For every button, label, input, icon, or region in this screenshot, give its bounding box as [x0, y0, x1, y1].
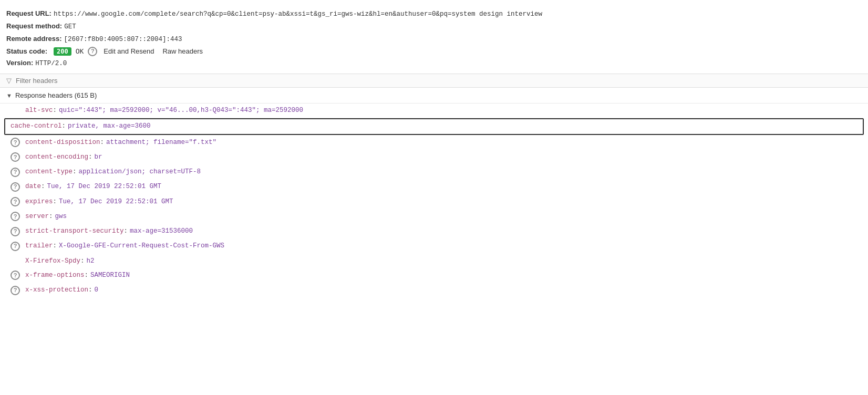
header-value: X-Google-GFE-Current-Request-Cost-From-G…: [59, 241, 224, 252]
header-row: ?strict-transport-security: max-age=3153…: [0, 224, 868, 239]
header-name: x-frame-options: [25, 270, 85, 281]
method-row: Request method: GET: [6, 21, 862, 32]
header-help-icon[interactable]: ?: [11, 197, 20, 206]
headers-list: alt-svc: quic=":443"; ma=2592000; v="46.…: [0, 103, 868, 298]
url-label: Request URL:: [6, 8, 51, 19]
header-name: trailer: [25, 241, 53, 252]
status-badge: 200: [54, 47, 71, 56]
header-value: quic=":443"; ma=2592000; v="46...00,h3-Q…: [59, 105, 303, 116]
header-row: ?expires: Tue, 17 Dec 2019 22:52:01 GMT: [0, 195, 868, 210]
header-name: server: [25, 211, 49, 222]
header-help-icon[interactable]: ?: [11, 212, 20, 221]
header-name: date: [25, 181, 41, 192]
status-text: OK: [76, 47, 84, 55]
header-row: ?content-encoding: br: [0, 150, 868, 165]
header-name: X-Firefox-Spdy: [25, 256, 80, 267]
network-panel: Request URL: https://www.google.com/comp…: [0, 0, 868, 395]
header-row: cache-control: private, max-age=3600: [4, 118, 864, 134]
header-value: Tue, 17 Dec 2019 22:52:01 GMT: [59, 196, 173, 207]
header-value: SAMEORIGIN: [90, 270, 130, 281]
header-row: ?date: Tue, 17 Dec 2019 22:52:01 GMT: [0, 180, 868, 194]
remote-row: Remote address: [2607:f8b0:4005:807::200…: [6, 34, 862, 45]
status-row: Status code: 200 OK ? Edit and Resend Ra…: [6, 46, 862, 56]
filter-bar: ▽: [0, 74, 868, 88]
header-value: gws: [55, 211, 67, 222]
filter-icon: ▽: [6, 77, 12, 85]
header-row: ?trailer: X-Google-GFE-Current-Request-C…: [0, 239, 868, 254]
header-name: content-type: [25, 167, 73, 178]
header-value: Tue, 17 Dec 2019 22:52:01 GMT: [47, 181, 162, 192]
header-name: strict-transport-security: [25, 226, 124, 237]
header-row: ?x-frame-options: SAMEORIGIN: [0, 268, 868, 283]
method-label: Request method:: [6, 21, 62, 32]
header-name: cache-control: [11, 121, 62, 132]
header-help-icon[interactable]: ?: [11, 271, 20, 280]
version-value: HTTP/2.0: [35, 58, 67, 69]
header-value: 0: [95, 285, 99, 296]
header-name: content-encoding: [25, 152, 88, 163]
header-help-icon[interactable]: ?: [11, 138, 20, 147]
header-value: max-age=31536000: [130, 226, 193, 237]
header-help-icon[interactable]: ?: [11, 286, 20, 295]
header-help-icon[interactable]: ?: [11, 182, 20, 192]
request-info: Request URL: https://www.google.com/comp…: [0, 5, 868, 74]
url-row: Request URL: https://www.google.com/comp…: [6, 8, 862, 19]
status-help-icon[interactable]: ?: [88, 47, 97, 56]
header-name: expires: [25, 196, 53, 207]
header-help-icon[interactable]: ?: [11, 168, 20, 177]
filter-input[interactable]: [16, 77, 173, 85]
chevron-icon: ▼: [6, 92, 12, 99]
edit-resend-button[interactable]: Edit and Resend: [101, 46, 156, 56]
response-headers-label: Response headers (615 B): [15, 91, 97, 99]
header-value: attachment; filename="f.txt": [106, 137, 216, 148]
header-row: X-Firefox-Spdy: h2: [0, 254, 868, 268]
header-row: ?x-xss-protection: 0: [0, 283, 868, 298]
header-name: x-xss-protection: [25, 285, 88, 296]
version-label: Version:: [6, 58, 33, 69]
header-help-icon[interactable]: ?: [11, 242, 20, 251]
status-label: Status code:: [6, 47, 47, 55]
remote-label: Remote address:: [6, 34, 61, 45]
url-value: https://www.google.com/complete/search?q…: [54, 9, 542, 19]
raw-headers-button[interactable]: Raw headers: [160, 46, 205, 56]
header-help-icon[interactable]: ?: [11, 152, 20, 162]
version-row: Version: HTTP/2.0: [6, 58, 862, 69]
header-value: br: [95, 152, 102, 163]
header-name: content-disposition: [25, 137, 100, 148]
header-name: alt-svc: [25, 105, 53, 116]
header-row: ?content-type: application/json; charset…: [0, 165, 868, 180]
header-value: private, max-age=3600: [68, 121, 151, 132]
header-row: ?server: gws: [0, 210, 868, 224]
header-row: alt-svc: quic=":443"; ma=2592000; v="46.…: [0, 103, 868, 118]
header-help-icon[interactable]: ?: [11, 227, 20, 236]
header-row: ?content-disposition: attachment; filena…: [0, 136, 868, 150]
method-value: GET: [64, 22, 76, 32]
header-value: h2: [87, 256, 95, 267]
remote-value: [2607:f8b0:4005:807::2004]:443: [64, 34, 182, 45]
response-headers-section[interactable]: ▼ Response headers (615 B): [0, 88, 868, 103]
header-value: application/json; charset=UTF-8: [79, 167, 201, 178]
